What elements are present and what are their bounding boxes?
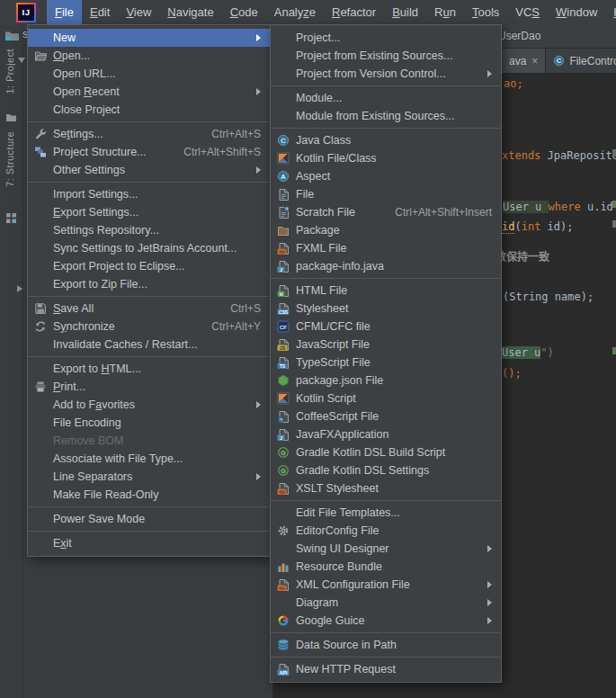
- class-c-icon: C: [277, 134, 293, 147]
- file-menu-item-open-recent[interactable]: Open Recent: [28, 83, 270, 101]
- new-submenu-item-package-json-file[interactable]: package.json File: [271, 371, 501, 389]
- file-menu-item-project-structure[interactable]: Project Structure...Ctrl+Alt+Shift+S: [28, 143, 270, 161]
- file-menu-item-other-settings[interactable]: Other Settings: [28, 161, 270, 179]
- new-submenu-item-gradle-kotlin-dsl-settings[interactable]: GGradle Kotlin DSL Settings: [271, 461, 501, 479]
- submenu-arrow-icon: [256, 88, 261, 95]
- new-submenu-item-typescript-file[interactable]: TSTypeScript File: [271, 353, 501, 371]
- structure-tool-icon: [5, 212, 17, 224]
- menubar-item-window[interactable]: Window: [548, 0, 605, 24]
- file-menu-item-add-to-favorites[interactable]: Add to Favorites: [28, 396, 270, 414]
- new-submenu-item-kotlin-file-class[interactable]: Kotlin File/Class: [271, 149, 501, 167]
- new-submenu-item-stylesheet[interactable]: CSSStylesheet: [271, 300, 501, 318]
- breadcrumb[interactable]: UserDao: [502, 30, 540, 42]
- new-submenu-item-edit-file-templates[interactable]: Edit File Templates...: [271, 504, 501, 522]
- file-j-icon: J: [277, 428, 293, 441]
- menubar-item-code[interactable]: Code: [222, 0, 266, 24]
- menubar-item-view[interactable]: View: [118, 0, 159, 24]
- new-submenu-item-cfml-cfc-file[interactable]: CFCFML/CFC file: [271, 318, 501, 336]
- code-line: ();: [502, 367, 522, 380]
- new-submenu-item-kotlin-script[interactable]: Kotlin Script: [271, 389, 501, 407]
- file-menu-item-open[interactable]: Open...: [28, 47, 270, 65]
- kotlin-icon: [277, 152, 293, 165]
- svg-text:CSS: CSS: [279, 309, 289, 315]
- file-menu-item-power-save-mode[interactable]: Power Save Mode: [28, 510, 270, 528]
- new-submenu-item-diagram[interactable]: Diagram: [271, 594, 501, 612]
- new-submenu-item-fxml-file[interactable]: <>FXML File: [271, 239, 501, 257]
- file-menu-item-open-url[interactable]: Open URL...: [28, 65, 270, 83]
- new-submenu-item-project-from-version-control[interactable]: Project from Version Control...: [271, 65, 501, 83]
- file-menu-item-print[interactable]: Print...: [28, 378, 270, 396]
- file-menu-item-export-settings[interactable]: Export Settings...: [28, 203, 270, 221]
- menubar-item-tools[interactable]: Tools: [464, 0, 507, 24]
- new-submenu-item-aspect[interactable]: AAspect: [271, 167, 501, 185]
- menubar-item-refactor[interactable]: Refactor: [324, 0, 384, 24]
- file-menu-item-settings[interactable]: Settings...Ctrl+Alt+S: [28, 125, 270, 143]
- new-submenu-item-editorconfig-file[interactable]: EditorConfig File: [271, 522, 501, 540]
- file-html-icon: H: [277, 284, 293, 297]
- file-menu-item-export-to-html[interactable]: Export to HTML...: [28, 360, 270, 378]
- close-icon[interactable]: ×: [531, 55, 538, 67]
- error-stripe-tick: [612, 220, 616, 228]
- new-submenu-item-module[interactable]: Module...: [271, 89, 501, 107]
- menubar-item-navigate[interactable]: Navigate: [159, 0, 221, 24]
- new-submenu-item-javascript-file[interactable]: JSJavaScript File: [271, 336, 501, 353]
- new-submenu-item-gradle-kotlin-dsl-build-script[interactable]: GGradle Kotlin DSL Build Script: [271, 443, 501, 461]
- tab-label: ava: [509, 55, 526, 67]
- menubar-item-vcs[interactable]: VCS: [507, 0, 548, 24]
- file-menu-item-line-separators[interactable]: Line Separators: [28, 468, 270, 486]
- tab-userdao-java[interactable]: ava ×: [502, 49, 546, 73]
- code-line: User u"): [502, 346, 554, 360]
- file-menu-item-save-all[interactable]: Save AllCtrl+S: [28, 300, 270, 318]
- file-xml-icon: <>: [277, 242, 293, 255]
- file-menu-item-file-encoding[interactable]: File Encoding: [28, 414, 270, 432]
- new-submenu-item-html-file[interactable]: HHTML File: [271, 282, 501, 300]
- file-menu-item-export-project-to-eclipse[interactable]: Export Project to Eclipse...: [28, 257, 270, 275]
- file-menu-item-associate-with-file-type[interactable]: Associate with File Type...: [28, 450, 270, 468]
- new-submenu-item-data-source-in-path[interactable]: Data Source in Path: [271, 636, 501, 654]
- tab-filecontroller[interactable]: C FileControl: [546, 49, 616, 73]
- submenu-arrow-icon: [487, 70, 492, 77]
- editor-area: UserDao ava × C FileControl ao;xtends Jp…: [502, 24, 616, 698]
- menubar-item-run[interactable]: Run: [426, 0, 464, 24]
- new-submenu-item-xslt-stylesheet[interactable]: <>XSLT Stylesheet: [271, 479, 501, 497]
- menubar-item-help[interactable]: Help: [605, 0, 616, 24]
- new-submenu-item-new-http-request[interactable]: APINew HTTP Request: [271, 660, 501, 678]
- new-submenu-item-package-info-java[interactable]: Jpackage-info.java: [271, 257, 501, 275]
- file-menu-item-make-file-read-only[interactable]: Make File Read-Only: [28, 486, 270, 504]
- file-menu-item-export-to-zip-file[interactable]: Export to Zip File...: [28, 275, 270, 293]
- collapse-arrow-icon: [18, 58, 25, 63]
- new-submenu-item-xml-configuration-file[interactable]: <>XML Configuration File: [271, 576, 501, 594]
- menubar-item-file[interactable]: File: [47, 0, 82, 24]
- new-submenu-item-swing-ui-designer[interactable]: Swing UI Designer: [271, 540, 501, 558]
- menubar-item-build[interactable]: Build: [384, 0, 426, 24]
- new-submenu-item-resource-bundle[interactable]: Resource Bundle: [271, 558, 501, 576]
- new-submenu-separator: [271, 500, 501, 501]
- file-menu-item-close-project[interactable]: Close Project: [28, 101, 270, 119]
- new-submenu-item-java-class[interactable]: CJava Class: [271, 131, 501, 149]
- new-submenu-item-coffeescript-file[interactable]: CoffeeScript File: [271, 407, 501, 425]
- new-submenu-item-module-from-existing-sources[interactable]: Module from Existing Sources...: [271, 107, 501, 125]
- tool-button-project[interactable]: 1: Project: [4, 49, 15, 94]
- class-icon: C: [553, 55, 565, 67]
- new-submenu-item-project-from-existing-sources[interactable]: Project from Existing Sources...: [271, 47, 501, 65]
- file-menu-item-remove-bom[interactable]: Remove BOM: [28, 432, 270, 450]
- tool-button-structure[interactable]: 7: Structure: [4, 131, 15, 187]
- new-submenu-item-file[interactable]: File: [271, 185, 501, 203]
- new-submenu-item-project[interactable]: Project...: [271, 29, 501, 47]
- file-menu-item-sync-settings-to-jetbrains-account[interactable]: Sync Settings to JetBrains Account...: [28, 239, 270, 257]
- file-menu-item-settings-repository[interactable]: Settings Repository...: [28, 221, 270, 239]
- file-menu-item-import-settings[interactable]: Import Settings...: [28, 185, 270, 203]
- new-submenu-item-javafxapplication[interactable]: JJavaFXApplication: [271, 425, 501, 443]
- new-submenu-item-google-guice[interactable]: Google Guice: [271, 612, 501, 630]
- file-menu-separator: [28, 356, 270, 357]
- menubar-item-analyze[interactable]: Analyze: [266, 0, 324, 24]
- new-submenu-item-scratch-file[interactable]: Scratch FileCtrl+Alt+Shift+Insert: [271, 203, 501, 221]
- svg-text:C: C: [557, 57, 562, 65]
- menubar-item-edit[interactable]: Edit: [82, 0, 118, 24]
- file-menu-item-invalidate-caches-restart[interactable]: Invalidate Caches / Restart...: [28, 336, 270, 353]
- bundle-icon: [277, 560, 293, 573]
- new-submenu-item-package[interactable]: Package: [271, 221, 501, 239]
- file-menu-item-exit[interactable]: Exit: [28, 534, 270, 552]
- file-menu-item-synchronize[interactable]: SynchronizeCtrl+Alt+Y: [28, 318, 270, 336]
- file-menu-item-new[interactable]: New: [28, 29, 270, 47]
